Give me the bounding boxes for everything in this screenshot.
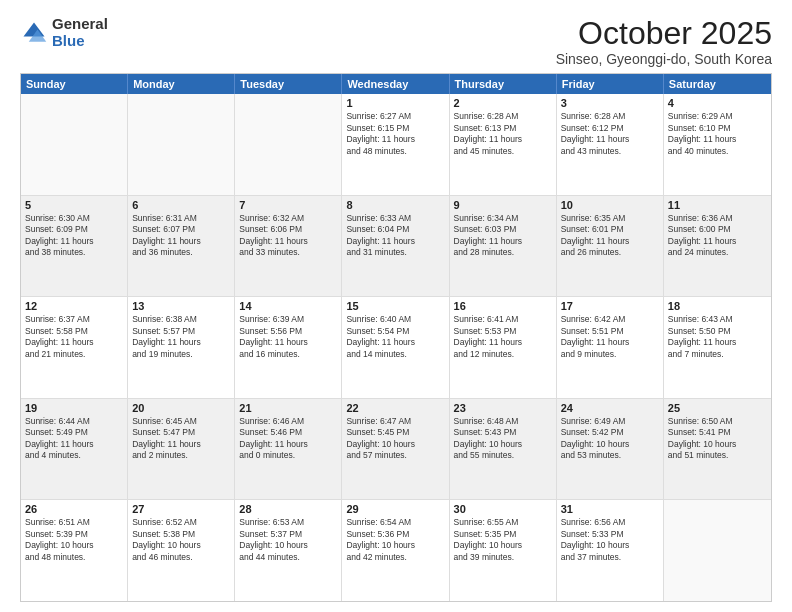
- cell-info: Sunrise: 6:31 AM Sunset: 6:07 PM Dayligh…: [132, 213, 230, 259]
- day-number: 12: [25, 300, 123, 312]
- calendar-cell-0-6: 4Sunrise: 6:29 AM Sunset: 6:10 PM Daylig…: [664, 94, 771, 195]
- cell-info: Sunrise: 6:43 AM Sunset: 5:50 PM Dayligh…: [668, 314, 767, 360]
- calendar-cell-4-1: 27Sunrise: 6:52 AM Sunset: 5:38 PM Dayli…: [128, 500, 235, 601]
- cell-info: Sunrise: 6:38 AM Sunset: 5:57 PM Dayligh…: [132, 314, 230, 360]
- day-number: 29: [346, 503, 444, 515]
- calendar-row-4: 26Sunrise: 6:51 AM Sunset: 5:39 PM Dayli…: [21, 499, 771, 601]
- calendar-cell-3-1: 20Sunrise: 6:45 AM Sunset: 5:47 PM Dayli…: [128, 399, 235, 500]
- calendar-cell-1-2: 7Sunrise: 6:32 AM Sunset: 6:06 PM Daylig…: [235, 196, 342, 297]
- header: General Blue October 2025 Sinseo, Gyeong…: [20, 16, 772, 67]
- calendar-cell-4-4: 30Sunrise: 6:55 AM Sunset: 5:35 PM Dayli…: [450, 500, 557, 601]
- cell-info: Sunrise: 6:40 AM Sunset: 5:54 PM Dayligh…: [346, 314, 444, 360]
- calendar-cell-1-4: 9Sunrise: 6:34 AM Sunset: 6:03 PM Daylig…: [450, 196, 557, 297]
- calendar-cell-3-4: 23Sunrise: 6:48 AM Sunset: 5:43 PM Dayli…: [450, 399, 557, 500]
- day-number: 13: [132, 300, 230, 312]
- day-number: 30: [454, 503, 552, 515]
- calendar-cell-4-3: 29Sunrise: 6:54 AM Sunset: 5:36 PM Dayli…: [342, 500, 449, 601]
- calendar-row-2: 12Sunrise: 6:37 AM Sunset: 5:58 PM Dayli…: [21, 296, 771, 398]
- day-number: 5: [25, 199, 123, 211]
- calendar-body: 1Sunrise: 6:27 AM Sunset: 6:15 PM Daylig…: [21, 94, 771, 601]
- calendar-cell-0-5: 3Sunrise: 6:28 AM Sunset: 6:12 PM Daylig…: [557, 94, 664, 195]
- header-day-sunday: Sunday: [21, 74, 128, 94]
- header-day-thursday: Thursday: [450, 74, 557, 94]
- cell-info: Sunrise: 6:42 AM Sunset: 5:51 PM Dayligh…: [561, 314, 659, 360]
- day-number: 18: [668, 300, 767, 312]
- day-number: 1: [346, 97, 444, 109]
- cell-info: Sunrise: 6:36 AM Sunset: 6:00 PM Dayligh…: [668, 213, 767, 259]
- cell-info: Sunrise: 6:32 AM Sunset: 6:06 PM Dayligh…: [239, 213, 337, 259]
- day-number: 20: [132, 402, 230, 414]
- header-day-wednesday: Wednesday: [342, 74, 449, 94]
- day-number: 10: [561, 199, 659, 211]
- cell-info: Sunrise: 6:39 AM Sunset: 5:56 PM Dayligh…: [239, 314, 337, 360]
- calendar-cell-2-6: 18Sunrise: 6:43 AM Sunset: 5:50 PM Dayli…: [664, 297, 771, 398]
- calendar-cell-0-2: [235, 94, 342, 195]
- cell-info: Sunrise: 6:48 AM Sunset: 5:43 PM Dayligh…: [454, 416, 552, 462]
- day-number: 22: [346, 402, 444, 414]
- cell-info: Sunrise: 6:41 AM Sunset: 5:53 PM Dayligh…: [454, 314, 552, 360]
- calendar-cell-1-1: 6Sunrise: 6:31 AM Sunset: 6:07 PM Daylig…: [128, 196, 235, 297]
- calendar-cell-1-3: 8Sunrise: 6:33 AM Sunset: 6:04 PM Daylig…: [342, 196, 449, 297]
- day-number: 11: [668, 199, 767, 211]
- calendar-cell-2-2: 14Sunrise: 6:39 AM Sunset: 5:56 PM Dayli…: [235, 297, 342, 398]
- day-number: 4: [668, 97, 767, 109]
- calendar-cell-1-0: 5Sunrise: 6:30 AM Sunset: 6:09 PM Daylig…: [21, 196, 128, 297]
- cell-info: Sunrise: 6:35 AM Sunset: 6:01 PM Dayligh…: [561, 213, 659, 259]
- day-number: 2: [454, 97, 552, 109]
- cell-info: Sunrise: 6:50 AM Sunset: 5:41 PM Dayligh…: [668, 416, 767, 462]
- day-number: 16: [454, 300, 552, 312]
- day-number: 9: [454, 199, 552, 211]
- main-title: October 2025: [556, 16, 772, 51]
- day-number: 28: [239, 503, 337, 515]
- day-number: 25: [668, 402, 767, 414]
- calendar-row-3: 19Sunrise: 6:44 AM Sunset: 5:49 PM Dayli…: [21, 398, 771, 500]
- cell-info: Sunrise: 6:56 AM Sunset: 5:33 PM Dayligh…: [561, 517, 659, 563]
- cell-info: Sunrise: 6:46 AM Sunset: 5:46 PM Dayligh…: [239, 416, 337, 462]
- title-block: October 2025 Sinseo, Gyeonggi-do, South …: [556, 16, 772, 67]
- calendar-cell-0-0: [21, 94, 128, 195]
- day-number: 14: [239, 300, 337, 312]
- calendar-cell-1-5: 10Sunrise: 6:35 AM Sunset: 6:01 PM Dayli…: [557, 196, 664, 297]
- calendar-cell-3-6: 25Sunrise: 6:50 AM Sunset: 5:41 PM Dayli…: [664, 399, 771, 500]
- cell-info: Sunrise: 6:47 AM Sunset: 5:45 PM Dayligh…: [346, 416, 444, 462]
- logo-general-text: General: [52, 16, 108, 33]
- day-number: 23: [454, 402, 552, 414]
- calendar-row-0: 1Sunrise: 6:27 AM Sunset: 6:15 PM Daylig…: [21, 94, 771, 195]
- cell-info: Sunrise: 6:53 AM Sunset: 5:37 PM Dayligh…: [239, 517, 337, 563]
- header-day-saturday: Saturday: [664, 74, 771, 94]
- calendar-cell-3-0: 19Sunrise: 6:44 AM Sunset: 5:49 PM Dayli…: [21, 399, 128, 500]
- cell-info: Sunrise: 6:49 AM Sunset: 5:42 PM Dayligh…: [561, 416, 659, 462]
- calendar-cell-2-0: 12Sunrise: 6:37 AM Sunset: 5:58 PM Dayli…: [21, 297, 128, 398]
- calendar-cell-4-2: 28Sunrise: 6:53 AM Sunset: 5:37 PM Dayli…: [235, 500, 342, 601]
- day-number: 24: [561, 402, 659, 414]
- cell-info: Sunrise: 6:29 AM Sunset: 6:10 PM Dayligh…: [668, 111, 767, 157]
- calendar-cell-2-1: 13Sunrise: 6:38 AM Sunset: 5:57 PM Dayli…: [128, 297, 235, 398]
- calendar-header: SundayMondayTuesdayWednesdayThursdayFrid…: [21, 74, 771, 94]
- cell-info: Sunrise: 6:37 AM Sunset: 5:58 PM Dayligh…: [25, 314, 123, 360]
- calendar-cell-0-4: 2Sunrise: 6:28 AM Sunset: 6:13 PM Daylig…: [450, 94, 557, 195]
- calendar-cell-2-5: 17Sunrise: 6:42 AM Sunset: 5:51 PM Dayli…: [557, 297, 664, 398]
- calendar-cell-4-0: 26Sunrise: 6:51 AM Sunset: 5:39 PM Dayli…: [21, 500, 128, 601]
- calendar-cell-3-2: 21Sunrise: 6:46 AM Sunset: 5:46 PM Dayli…: [235, 399, 342, 500]
- cell-info: Sunrise: 6:52 AM Sunset: 5:38 PM Dayligh…: [132, 517, 230, 563]
- page: General Blue October 2025 Sinseo, Gyeong…: [0, 0, 792, 612]
- cell-info: Sunrise: 6:28 AM Sunset: 6:12 PM Dayligh…: [561, 111, 659, 157]
- header-day-tuesday: Tuesday: [235, 74, 342, 94]
- calendar-cell-2-4: 16Sunrise: 6:41 AM Sunset: 5:53 PM Dayli…: [450, 297, 557, 398]
- day-number: 8: [346, 199, 444, 211]
- calendar-cell-1-6: 11Sunrise: 6:36 AM Sunset: 6:00 PM Dayli…: [664, 196, 771, 297]
- cell-info: Sunrise: 6:54 AM Sunset: 5:36 PM Dayligh…: [346, 517, 444, 563]
- day-number: 27: [132, 503, 230, 515]
- day-number: 7: [239, 199, 337, 211]
- cell-info: Sunrise: 6:30 AM Sunset: 6:09 PM Dayligh…: [25, 213, 123, 259]
- cell-info: Sunrise: 6:27 AM Sunset: 6:15 PM Dayligh…: [346, 111, 444, 157]
- logo-blue-text: Blue: [52, 33, 108, 50]
- cell-info: Sunrise: 6:51 AM Sunset: 5:39 PM Dayligh…: [25, 517, 123, 563]
- calendar-row-1: 5Sunrise: 6:30 AM Sunset: 6:09 PM Daylig…: [21, 195, 771, 297]
- logo-text: General Blue: [52, 16, 108, 49]
- logo-icon: [20, 19, 48, 47]
- cell-info: Sunrise: 6:44 AM Sunset: 5:49 PM Dayligh…: [25, 416, 123, 462]
- cell-info: Sunrise: 6:55 AM Sunset: 5:35 PM Dayligh…: [454, 517, 552, 563]
- day-number: 21: [239, 402, 337, 414]
- logo: General Blue: [20, 16, 108, 49]
